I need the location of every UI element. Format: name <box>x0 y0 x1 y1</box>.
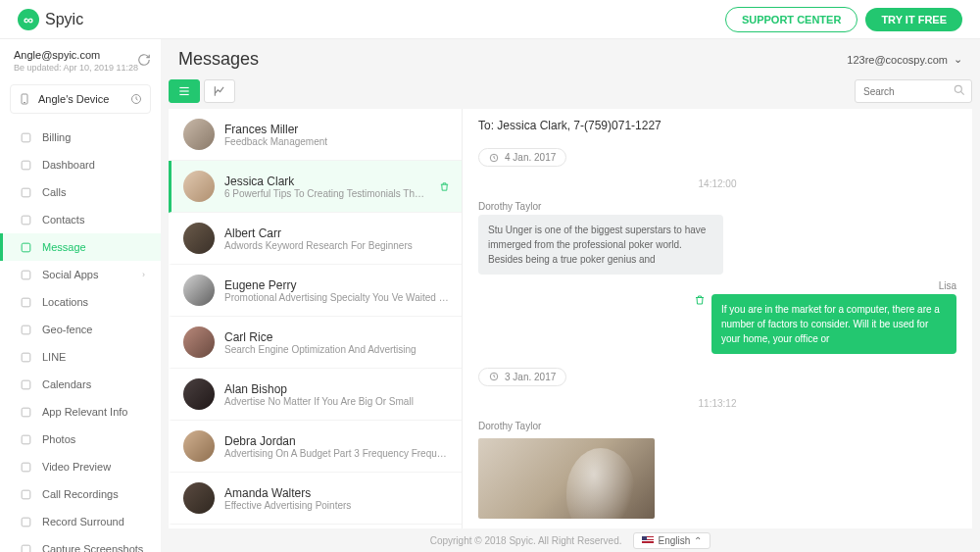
sidebar-item-line[interactable]: LINE <box>0 343 161 371</box>
message-bubble-outgoing: If you are in the market for a computer,… <box>711 294 956 354</box>
nav-icon <box>19 487 32 501</box>
image-message[interactable] <box>478 438 655 520</box>
list-view-button[interactable] <box>169 79 200 103</box>
message-thread: To: Jessica Clark, 7-(759)071-1227 4 Jan… <box>463 109 972 528</box>
conversation-item[interactable]: Debra JordanAdvertising On A Budget Part… <box>169 421 462 473</box>
nav-icon <box>19 515 32 528</box>
sidebar-item-locations[interactable]: Locations <box>0 288 161 316</box>
sidebar-item-video-preview[interactable]: Video Preview <box>0 453 161 480</box>
nav-icon <box>19 405 32 419</box>
conversation-list: Frances MillerFeedback ManagementJessica… <box>169 109 463 528</box>
conversation-preview: Adwords Keyword Research For Beginners <box>224 240 450 251</box>
conversation-name: Albert Carr <box>224 226 450 240</box>
device-name: Angle's Device <box>38 93 109 105</box>
conversation-preview: Feedback Management <box>224 136 450 147</box>
nav-icon <box>19 432 32 446</box>
avatar <box>183 119 215 150</box>
conversation-item[interactable]: Alan BishopAdvertise No Matter If You Ar… <box>169 369 462 421</box>
nav-icon <box>19 158 32 172</box>
conversation-item[interactable]: Jessica Clark6 Powerful Tips To Creating… <box>169 161 462 213</box>
sidebar-item-app-relevant-info[interactable]: App Relevant Info <box>0 398 161 426</box>
search-box <box>855 79 972 103</box>
conversation-item[interactable]: Eugene PerryPromotional Advertising Spec… <box>169 265 462 317</box>
conversation-item[interactable]: Carl RiceSearch Engine Optimization And … <box>169 317 462 369</box>
sidebar-item-contacts[interactable]: Contacts <box>0 206 161 233</box>
nav-label: Social Apps <box>42 269 98 280</box>
sidebar-item-record-surround[interactable]: Record Surround <box>0 508 161 535</box>
nav-label: Contacts <box>42 214 84 226</box>
conversation-item[interactable]: Albert CarrAdwords Keyword Research For … <box>169 213 462 265</box>
sidebar-nav: BillingDashboardCallsContactsMessageSoci… <box>0 124 161 552</box>
conversation-name: Carl Rice <box>224 330 450 344</box>
sidebar-item-photos[interactable]: Photos <box>0 426 161 453</box>
nav-label: Photos <box>42 433 75 445</box>
svg-rect-4 <box>22 161 30 170</box>
nav-icon <box>19 460 32 474</box>
avatar <box>183 430 215 462</box>
chevron-up-icon: ⌃ <box>694 535 702 546</box>
sidebar: Angle@spyic.com Be updated: Apr 10, 2019… <box>0 39 161 552</box>
account-block: Angle@spyic.com Be updated: Apr 10, 2019… <box>0 39 161 80</box>
conversation-item[interactable]: Frances MillerFeedback Management <box>169 109 462 161</box>
nav-label: Dashboard <box>42 159 95 171</box>
chart-view-button[interactable] <box>204 79 235 103</box>
sidebar-item-call-recordings[interactable]: Call Recordings <box>0 480 161 508</box>
nav-label: App Relevant Info <box>42 406 127 418</box>
avatar <box>183 326 215 358</box>
nav-icon <box>19 130 32 144</box>
sidebar-item-dashboard[interactable]: Dashboard <box>0 151 161 178</box>
sidebar-item-geo-fence[interactable]: Geo-fence <box>0 316 161 343</box>
page-title: Messages <box>178 49 259 70</box>
account-selector[interactable]: 123re@cocospy.com ⌄ <box>847 53 962 66</box>
avatar <box>183 171 215 202</box>
nav-label: LINE <box>42 351 66 363</box>
nav-icon <box>19 268 32 281</box>
nav-label: Calls <box>42 186 66 198</box>
conversation-preview: Advertising On A Budget Part 3 Frequency… <box>224 448 450 459</box>
page-header: Messages 123re@cocospy.com ⌄ <box>161 39 980 79</box>
language-selector[interactable]: English ⌃ <box>633 532 710 549</box>
toolbar <box>161 79 980 109</box>
svg-line-25 <box>960 91 963 94</box>
timestamp: 14:12:00 <box>478 178 956 189</box>
phone-icon <box>19 93 30 105</box>
sidebar-item-message[interactable]: Message <box>0 233 161 261</box>
nav-icon <box>19 323 32 336</box>
nav-label: Geo-fence <box>42 324 92 335</box>
nav-label: Call Recordings <box>42 488 119 500</box>
logo: ∞ Spyic <box>18 9 83 30</box>
sidebar-item-social-apps[interactable]: Social Apps› <box>0 261 161 288</box>
date-chip: 3 Jan. 2017 <box>478 368 566 386</box>
sidebar-item-calendars[interactable]: Calendars <box>0 371 161 398</box>
conversation-name: Frances Miller <box>224 123 450 136</box>
nav-label: Capture Screenshots <box>42 543 143 552</box>
svg-rect-3 <box>22 133 30 142</box>
trash-icon[interactable] <box>439 181 450 192</box>
sidebar-item-billing[interactable]: Billing <box>0 124 161 151</box>
timestamp: 11:13:12 <box>478 398 956 409</box>
conversation-preview: Effective Advertising Pointers <box>224 500 450 511</box>
search-icon[interactable] <box>953 83 966 97</box>
logo-icon: ∞ <box>18 9 39 30</box>
nav-icon <box>19 350 32 364</box>
conversation-preview: Advertise No Matter If You Are Big Or Sm… <box>224 396 450 407</box>
svg-rect-11 <box>22 353 30 362</box>
try-it-free-button[interactable]: TRY IT FREE <box>865 8 962 31</box>
avatar <box>183 482 215 514</box>
avatar <box>183 223 215 254</box>
sidebar-item-calls[interactable]: Calls <box>0 178 161 206</box>
sync-icon <box>130 93 142 105</box>
account-updated: Be updated: Apr 10, 2019 11:28 <box>14 63 147 73</box>
sidebar-item-capture-screenshots[interactable]: Capture Screenshots <box>0 535 161 552</box>
conversation-name: Jessica Clark <box>224 175 429 188</box>
refresh-icon[interactable] <box>137 53 151 67</box>
support-center-button[interactable]: SUPPORT CENTER <box>725 7 858 32</box>
trash-icon[interactable] <box>694 294 706 306</box>
sender-name: Lisa <box>478 280 956 291</box>
nav-icon <box>19 542 32 552</box>
svg-rect-5 <box>22 188 30 197</box>
thread-recipient: To: Jessica Clark, 7-(759)071-1227 <box>478 119 956 132</box>
device-selector[interactable]: Angle's Device <box>10 84 151 114</box>
conversation-item[interactable]: Amanda WaltersEffective Advertising Poin… <box>169 473 462 525</box>
nav-icon <box>19 377 32 391</box>
